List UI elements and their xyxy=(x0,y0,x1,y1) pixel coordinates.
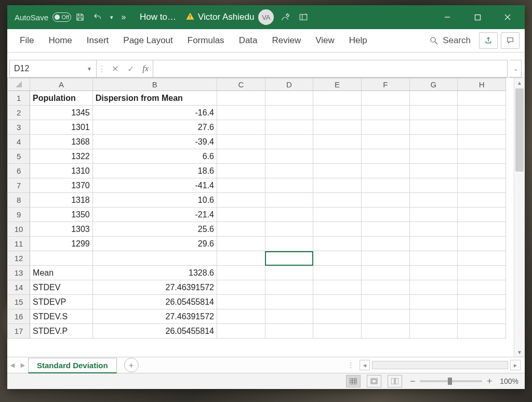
cell-B14[interactable]: 27.46391572 xyxy=(92,280,217,295)
cell-G4[interactable] xyxy=(409,135,458,149)
qat-overflow-icon[interactable]: » xyxy=(117,5,130,29)
cell-C9[interactable] xyxy=(217,208,265,222)
row-header-8[interactable]: 8 xyxy=(8,193,30,208)
formula-expand-icon[interactable]: ⌄ xyxy=(510,60,522,77)
cell-B9[interactable]: -21.4 xyxy=(92,208,217,222)
cell-D2[interactable] xyxy=(265,106,313,120)
cell-A1[interactable]: Population xyxy=(30,91,93,106)
cell-H9[interactable] xyxy=(458,208,506,222)
cancel-formula-icon[interactable]: ✕ xyxy=(107,60,123,77)
cell-F10[interactable] xyxy=(361,222,409,237)
scroll-thumb[interactable] xyxy=(515,88,524,172)
cell-D4[interactable] xyxy=(265,135,313,149)
hscroll-right-icon[interactable]: ► xyxy=(510,360,521,370)
cell-C3[interactable] xyxy=(217,120,265,135)
vertical-scrollbar[interactable]: ▲ ▼ xyxy=(514,78,525,357)
cell-C13[interactable] xyxy=(217,266,265,280)
cell-G17[interactable] xyxy=(409,324,458,339)
fx-icon[interactable]: fx xyxy=(138,60,153,77)
cell-D14[interactable] xyxy=(265,280,313,295)
cell-B4[interactable]: -39.4 xyxy=(92,135,217,149)
cell-B11[interactable]: 29.6 xyxy=(92,237,217,251)
cell-G16[interactable] xyxy=(409,309,458,324)
cell-B3[interactable]: 27.6 xyxy=(92,120,217,135)
cell-H5[interactable] xyxy=(458,149,506,164)
cell-D6[interactable] xyxy=(265,164,313,178)
cell-C11[interactable] xyxy=(217,237,265,251)
cell-B1[interactable]: Dispersion from Mean xyxy=(92,91,217,106)
cell-A8[interactable]: 1318 xyxy=(30,193,93,208)
cell-C2[interactable] xyxy=(217,106,265,120)
cell-B15[interactable]: 26.05455814 xyxy=(92,295,217,309)
minimize-button[interactable] xyxy=(432,5,462,29)
cell-B8[interactable]: 10.6 xyxy=(92,193,217,208)
cell-A12[interactable] xyxy=(30,251,93,266)
share-button[interactable] xyxy=(479,32,498,49)
column-header-C[interactable]: C xyxy=(217,79,265,91)
cell-D11[interactable] xyxy=(265,237,313,251)
cell-G1[interactable] xyxy=(409,91,458,106)
cell-A13[interactable]: Mean xyxy=(30,266,93,280)
enter-formula-icon[interactable]: ✓ xyxy=(123,60,138,77)
row-header-14[interactable]: 14 xyxy=(8,280,30,295)
select-all-corner[interactable] xyxy=(8,79,30,91)
account-username[interactable]: Victor Ashiedu xyxy=(198,12,254,22)
scroll-down-icon[interactable]: ▼ xyxy=(514,347,525,357)
cell-C14[interactable] xyxy=(217,280,265,295)
row-header-13[interactable]: 13 xyxy=(8,266,30,280)
row-header-3[interactable]: 3 xyxy=(8,120,30,135)
cell-H1[interactable] xyxy=(458,91,506,106)
cell-H2[interactable] xyxy=(458,106,506,120)
row-header-2[interactable]: 2 xyxy=(8,106,30,120)
cell-A14[interactable]: STDEV xyxy=(30,280,93,295)
cell-E12[interactable] xyxy=(313,251,362,266)
cell-C16[interactable] xyxy=(217,309,265,324)
cell-E5[interactable] xyxy=(313,149,362,164)
cell-H7[interactable] xyxy=(458,178,506,193)
cell-D16[interactable] xyxy=(265,309,313,324)
cell-C12[interactable] xyxy=(217,251,265,266)
toggle-switch[interactable]: Off xyxy=(52,12,71,22)
cell-H16[interactable] xyxy=(458,309,506,324)
cell-H12[interactable] xyxy=(458,251,506,266)
cell-C8[interactable] xyxy=(217,193,265,208)
cell-C7[interactable] xyxy=(217,178,265,193)
cell-G7[interactable] xyxy=(409,178,458,193)
cell-D5[interactable] xyxy=(265,149,313,164)
tab-view[interactable]: View xyxy=(308,29,342,52)
sheet-tab-active[interactable]: Standard Deviation xyxy=(28,358,117,373)
row-header-9[interactable]: 9 xyxy=(8,208,30,222)
row-header-16[interactable]: 16 xyxy=(8,309,30,324)
zoom-slider[interactable]: − + xyxy=(408,376,494,387)
cell-C4[interactable] xyxy=(217,135,265,149)
scroll-up-icon[interactable]: ▲ xyxy=(514,78,525,87)
tab-review[interactable]: Review xyxy=(265,29,309,52)
cell-H10[interactable] xyxy=(458,222,506,237)
cell-G15[interactable] xyxy=(409,295,458,309)
cell-A3[interactable]: 1301 xyxy=(30,120,93,135)
cell-A10[interactable]: 1303 xyxy=(30,222,93,237)
column-header-D[interactable]: D xyxy=(265,79,313,91)
cell-H15[interactable] xyxy=(458,295,506,309)
cell-F16[interactable] xyxy=(361,309,409,324)
cell-C6[interactable] xyxy=(217,164,265,178)
column-header-H[interactable]: H xyxy=(458,79,506,91)
cell-F5[interactable] xyxy=(361,149,409,164)
column-header-B[interactable]: B xyxy=(92,79,217,91)
cell-E1[interactable] xyxy=(313,91,362,106)
name-box-dropdown-icon[interactable]: ▼ xyxy=(87,66,92,72)
zoom-out-icon[interactable]: − xyxy=(408,376,417,387)
row-header-4[interactable]: 4 xyxy=(8,135,30,149)
comments-button[interactable] xyxy=(501,32,520,49)
undo-icon[interactable] xyxy=(89,5,107,29)
cell-A2[interactable]: 1345 xyxy=(30,106,93,120)
cell-E11[interactable] xyxy=(313,237,362,251)
cell-G11[interactable] xyxy=(409,237,458,251)
cell-F17[interactable] xyxy=(361,324,409,339)
tab-split-handle[interactable]: ⋮ xyxy=(347,361,354,369)
row-header-11[interactable]: 11 xyxy=(8,237,30,251)
cell-F9[interactable] xyxy=(361,208,409,222)
cell-D7[interactable] xyxy=(265,178,313,193)
cell-E4[interactable] xyxy=(313,135,362,149)
cell-A17[interactable]: STDEV.P xyxy=(30,324,93,339)
